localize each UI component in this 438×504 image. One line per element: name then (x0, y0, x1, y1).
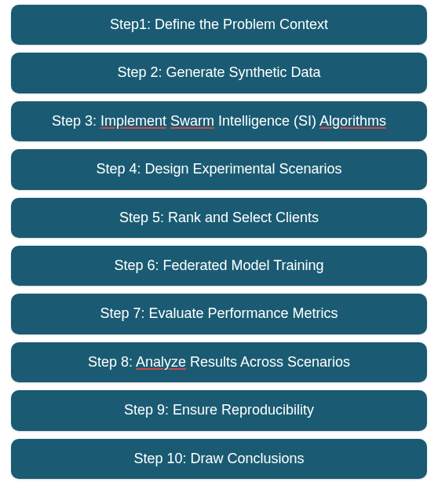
step-box-2: Step 2: Generate Synthetic Data (11, 53, 427, 93)
step-label: Step 3: Implement Swarm Intelligence (SI… (52, 113, 386, 129)
steps-list: Step1: Define the Problem Context Step 2… (11, 5, 427, 479)
step-box-5: Step 5: Rank and Select Clients (11, 198, 427, 238)
step-label: Step 7: Evaluate Performance Metrics (100, 305, 338, 321)
step-label: Step 2: Generate Synthetic Data (117, 64, 320, 80)
step-box-3: Step 3: Implement Swarm Intelligence (SI… (11, 101, 427, 141)
step-box-6: Step 6: Federated Model Training (11, 246, 427, 286)
step-label: Step 8: Analyze Results Across Scenarios (88, 354, 350, 370)
step-label: Step 9: Ensure Reproducibility (124, 402, 314, 418)
step-label: Step 5: Rank and Select Clients (119, 210, 319, 225)
step-box-4: Step 4: Design Experimental Scenarios (11, 149, 427, 189)
step-label: Step1: Define the Problem Context (110, 16, 328, 32)
step-box-7: Step 7: Evaluate Performance Metrics (11, 294, 427, 334)
step-box-9: Step 9: Ensure Reproducibility (11, 390, 427, 430)
step-box-8: Step 8: Analyze Results Across Scenarios (11, 342, 427, 382)
step-label: Step 6: Federated Model Training (114, 257, 323, 273)
step-box-10: Step 10: Draw Conclusions (11, 439, 427, 479)
step-box-1: Step1: Define the Problem Context (11, 5, 427, 45)
step-label: Step 4: Design Experimental Scenarios (96, 161, 341, 177)
step-label: Step 10: Draw Conclusions (133, 451, 304, 466)
